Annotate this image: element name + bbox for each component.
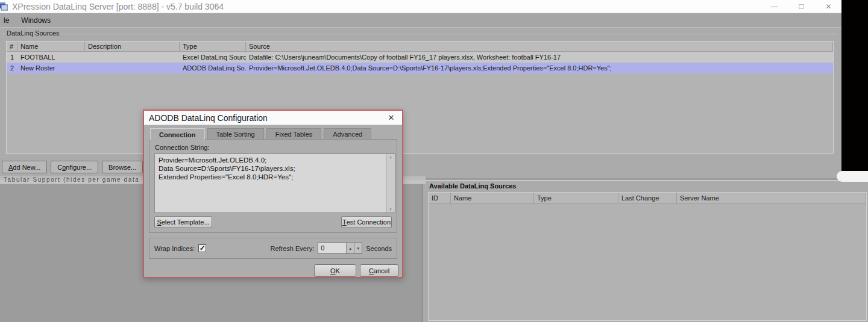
scroll-down-icon[interactable]: ▼ <box>389 208 392 211</box>
col-header-type[interactable]: Type <box>534 193 618 203</box>
row-type: ADODB DataLinq So... <box>180 64 246 72</box>
cancel-button[interactable]: Cancel <box>360 264 398 277</box>
close-icon[interactable]: ✕ <box>815 0 842 13</box>
browse-button[interactable]: Browse... <box>102 161 143 173</box>
options-panel: Wrap Indices: ✓ Refresh Every: 0 ▲ ▼ Sec… <box>149 238 397 259</box>
menu-file[interactable]: le <box>2 15 10 26</box>
col-header-server-name[interactable]: Server Name <box>677 193 866 203</box>
scrollbar[interactable]: ▲ ▼ <box>386 154 395 212</box>
menu-windows[interactable]: Windows <box>20 15 52 26</box>
col-header-last-change[interactable]: Last Change <box>618 193 677 203</box>
maximize-icon[interactable]: □ <box>788 0 815 13</box>
select-template-button[interactable]: Select Template... <box>154 216 212 228</box>
table-row-selected[interactable]: 2 New Roster ADODB DataLinq So... Provid… <box>7 63 833 73</box>
spin-down-icon[interactable]: ▼ <box>354 243 362 253</box>
available-sources-window: Available DataLinq Sources ID Name Type … <box>422 180 868 322</box>
main-client-area: DataLinq Sources # Name Description Type… <box>0 28 842 178</box>
row-source: Provider=Microsoft.Jet.OLEDB.4.0;Data So… <box>246 64 833 72</box>
row-name: FOOTBALL <box>17 54 85 61</box>
spin-up-icon[interactable]: ▲ <box>346 243 354 253</box>
col-header-name[interactable]: Name <box>451 193 534 203</box>
row-source: Datafile: C:\Users\juneam\Documents\Copy… <box>246 54 833 61</box>
refresh-every-value[interactable]: 0 <box>318 243 346 253</box>
connection-tab-panel: Connection String: Provider=Microsoft.Je… <box>149 139 397 233</box>
black-screen-region <box>841 0 868 174</box>
dialog-close-icon[interactable]: ✕ <box>385 113 397 122</box>
col-header-type[interactable]: Type <box>180 42 246 51</box>
col-header-description[interactable]: Description <box>85 42 180 51</box>
connection-string-box: Provider=Microsoft.Jet.OLEDB.4.0; Data S… <box>154 153 395 213</box>
available-sources-group-label: Available DataLinq Sources <box>429 182 516 190</box>
col-header-id[interactable]: ID <box>429 193 451 203</box>
table-header-row: # Name Description Type Source <box>7 42 833 52</box>
table-row[interactable]: 1 FOOTBALL Excel DataLinq Source Datafil… <box>7 52 833 63</box>
minimize-icon[interactable]: — <box>761 0 788 13</box>
main-titlebar[interactable]: XPression DataLinq Server [port: 8888] -… <box>0 0 842 13</box>
adodb-config-dialog: ADODB DataLinq Configuration ✕ Connectio… <box>143 110 403 278</box>
screen: XPression DataLinq Server [port: 8888] -… <box>0 0 868 322</box>
row-name: New Roster <box>17 64 85 72</box>
configure-button[interactable]: Configure... <box>51 161 98 173</box>
datalinq-sources-table: # Name Description Type Source 1 FOOTBAL… <box>6 41 834 154</box>
col-header-name[interactable]: Name <box>17 42 85 51</box>
check-icon: ✓ <box>200 245 205 252</box>
available-sources-table: ID Name Type Last Change Server Name <box>428 192 867 321</box>
row-number: 1 <box>7 54 17 61</box>
scroll-up-icon[interactable]: ▲ <box>389 155 392 159</box>
datalinq-sources-group-label: DataLinq Sources <box>5 29 61 37</box>
main-window: XPression DataLinq Server [port: 8888] -… <box>0 0 842 178</box>
dialog-actions: OK Cancel <box>144 264 398 277</box>
source-actions: Add New... Configure... Browse... <box>2 161 156 173</box>
tab-connection[interactable]: Connection <box>150 128 205 140</box>
row-number: 2 <box>7 64 17 72</box>
refresh-every-stepper[interactable]: 0 ▲ ▼ <box>318 243 362 254</box>
seconds-label: Seconds <box>366 245 392 252</box>
groupbox-line <box>2 34 837 34</box>
app-icon <box>0 2 8 11</box>
ok-button[interactable]: OK <box>314 264 356 277</box>
col-header-number[interactable]: # <box>7 42 17 51</box>
tab-fixed-tables[interactable]: Fixed Tables <box>266 128 322 140</box>
tab-table-sorting[interactable]: Table Sorting <box>207 128 264 140</box>
white-window-corner <box>837 171 868 182</box>
connection-string-label: Connection String: <box>155 144 210 151</box>
test-connection-button[interactable]: Test Connection <box>341 216 392 228</box>
add-new-button[interactable]: Add New... <box>2 161 47 173</box>
connection-string-input[interactable]: Provider=Microsoft.Jet.OLEDB.4.0; Data S… <box>155 154 386 212</box>
table-header-row: ID Name Type Last Change Server Name <box>429 193 866 204</box>
menubar: le Windows <box>0 13 842 28</box>
window-title: XPression DataLinq Server [port: 8888] -… <box>12 2 224 11</box>
refresh-every-label: Refresh Every: <box>270 245 314 252</box>
row-type: Excel DataLinq Source <box>180 54 246 61</box>
dialog-titlebar[interactable]: ADODB DataLinq Configuration ✕ <box>144 111 402 125</box>
dialog-title: ADODB DataLinq Configuration <box>149 113 268 123</box>
dialog-tabs: Connection Table Sorting Fixed Tables Ad… <box>144 125 402 140</box>
wrap-indices-label: Wrap Indices: <box>154 245 195 252</box>
tab-advanced[interactable]: Advanced <box>324 128 371 140</box>
col-header-source[interactable]: Source <box>246 42 833 51</box>
wrap-indices-checkbox[interactable]: ✓ <box>198 244 206 252</box>
